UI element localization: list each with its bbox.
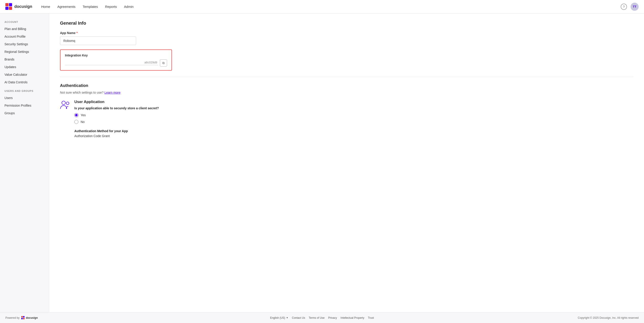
sidebar-item-groups[interactable]: Groups [0, 109, 49, 117]
svg-rect-6 [21, 316, 23, 318]
sidebar-item-updates[interactable]: Updates [0, 63, 49, 71]
account-section-label: ACCOUNT [0, 20, 49, 25]
footer-copyright: Copyright © 2025 Docusign, Inc. All righ… [578, 316, 639, 320]
main-layout: ACCOUNT Plan and Billing Account Profile… [0, 14, 644, 312]
sidebar-item-plan-billing[interactable]: Plan and Billing [0, 25, 49, 33]
learn-more-link[interactable]: Learn more [104, 91, 120, 94]
auth-section-title: Authentication [60, 83, 633, 88]
sidebar-item-brands[interactable]: Brands [0, 56, 49, 63]
user-app-icon [60, 100, 70, 110]
app-name-field: App Name * [60, 31, 633, 45]
copy-icon: ⧉ [162, 61, 164, 65]
nav-reports[interactable]: Reports [105, 4, 117, 10]
user-app-content: User Application Is your application abl… [74, 100, 159, 138]
required-indicator: * [76, 31, 78, 35]
integration-key-row: a6c029d9 ⧉ [65, 59, 167, 66]
copy-integration-key-button[interactable]: ⧉ [160, 59, 167, 66]
sidebar-item-regional-settings[interactable]: Regional Settings [0, 48, 49, 56]
general-info-title: General Info [60, 20, 633, 26]
auth-method-value: Authorization Code Grant [74, 134, 159, 138]
integration-key-label: Integration Key [65, 54, 167, 57]
help-button[interactable]: ? [621, 4, 627, 10]
yes-label-text: Yes [80, 113, 86, 117]
nav-templates[interactable]: Templates [83, 4, 98, 10]
section-divider [60, 77, 633, 77]
main-nav: Home Agreements Templates Reports Admin [41, 4, 621, 10]
app-name-label: App Name * [60, 31, 633, 35]
svg-rect-0 [5, 3, 8, 6]
footer-contact-us[interactable]: Contact Us [292, 316, 305, 320]
svg-rect-8 [21, 318, 23, 320]
language-label: English (US) [270, 316, 285, 320]
auth-help-text: Not sure which settings to use? Learn mo… [60, 91, 633, 94]
docusign-logo-icon [5, 3, 12, 10]
logo[interactable]: docusign [5, 3, 32, 10]
svg-rect-1 [9, 3, 12, 6]
nav-home[interactable]: Home [41, 4, 50, 10]
sidebar-item-value-calculator[interactable]: Value Calculator [0, 71, 49, 78]
footer-privacy[interactable]: Privacy [328, 316, 337, 320]
nav-admin[interactable]: Admin [124, 4, 134, 10]
user-app-title: User Application [74, 100, 159, 104]
footer-logo-text: docusign [26, 316, 38, 320]
users-section-label: USERS AND GROUPS [0, 90, 49, 94]
svg-rect-2 [5, 7, 8, 10]
footer-left: Powered by docusign [5, 316, 38, 320]
sidebar-item-users[interactable]: Users [0, 94, 49, 102]
integration-key-box: Integration Key a6c029d9 ⧉ [60, 50, 172, 70]
no-radio-label[interactable]: No [74, 120, 159, 124]
powered-by-text: Powered by [5, 316, 20, 320]
user-app-section: User Application Is your application abl… [60, 100, 633, 138]
footer-logo: docusign [21, 316, 38, 320]
sidebar-item-account-profile[interactable]: Account Profile [0, 33, 49, 40]
header-right: ? TT [621, 3, 639, 11]
language-caret-icon: ▼ [286, 316, 288, 319]
no-label-text: No [80, 120, 85, 124]
svg-point-5 [66, 102, 69, 104]
main-content: General Info App Name * Integration Key … [49, 14, 644, 312]
user-group-icon [60, 100, 70, 109]
yes-radio-label[interactable]: Yes [74, 113, 159, 117]
avatar-initials: TT [633, 5, 636, 8]
footer: Powered by docusign English (US) ▼ Conta… [0, 312, 644, 323]
client-secret-question: Is your application able to securely sto… [74, 106, 159, 110]
app-name-input[interactable] [60, 36, 136, 45]
yes-radio[interactable] [74, 113, 78, 117]
footer-docusign-icon [21, 316, 25, 320]
nav-agreements[interactable]: Agreements [57, 4, 76, 10]
svg-rect-3 [9, 7, 12, 10]
sidebar-item-security-settings[interactable]: Security Settings [0, 40, 49, 48]
avatar[interactable]: TT [630, 3, 639, 11]
footer-intellectual-property[interactable]: Intellectual Property [340, 316, 364, 320]
no-radio[interactable] [74, 120, 78, 124]
auth-method-title: Authentication Method for your App [74, 129, 159, 133]
footer-trust[interactable]: Trust [368, 316, 374, 320]
svg-rect-9 [23, 318, 25, 320]
integration-key-value: a6c029d9 [65, 61, 158, 65]
sidebar-item-permission-profiles[interactable]: Permission Profiles [0, 102, 49, 109]
footer-terms-of-use[interactable]: Terms of Use [309, 316, 325, 320]
header: docusign Home Agreements Templates Repor… [0, 0, 644, 14]
sidebar-item-ai-data-controls[interactable]: AI Data Controls [0, 78, 49, 86]
footer-center: English (US) ▼ Contact Us Terms of Use P… [270, 316, 374, 320]
svg-point-4 [62, 101, 66, 104]
svg-rect-7 [23, 316, 25, 318]
yes-no-radio-group: Yes No [74, 113, 159, 124]
logo-text: docusign [14, 4, 32, 9]
question-mark-icon: ? [623, 5, 625, 8]
language-selector[interactable]: English (US) ▼ [270, 316, 288, 320]
sidebar: ACCOUNT Plan and Billing Account Profile… [0, 14, 49, 312]
